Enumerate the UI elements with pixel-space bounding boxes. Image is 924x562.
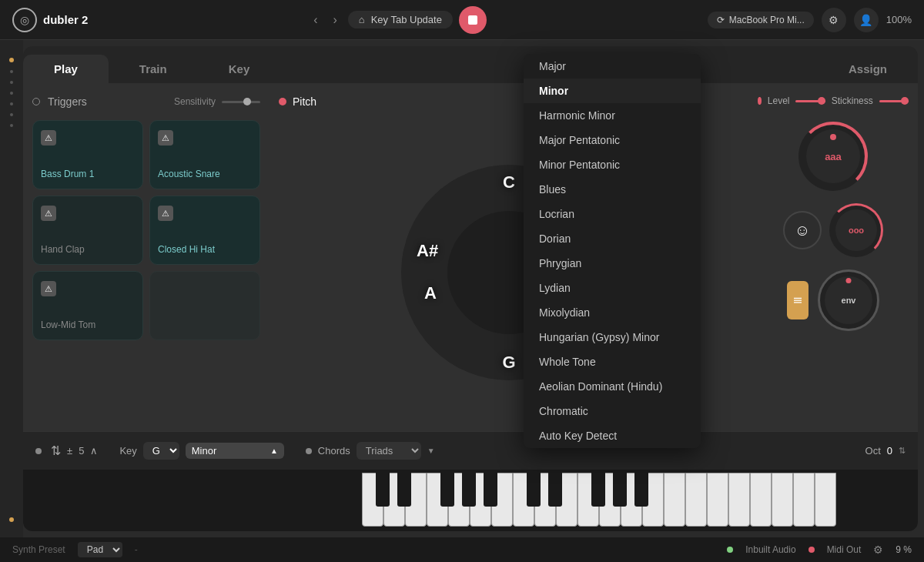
edge-dot [10,113,13,116]
dash: - [135,544,138,555]
edge-dot [10,70,13,73]
level-thumb [818,97,825,105]
scale-wrapper: Minor Major Harmonic Minor ▲ [186,443,284,459]
white-key[interactable] [707,473,728,527]
edge-indicator-2 [9,517,14,522]
black-key[interactable] [440,473,454,507]
white-key[interactable] [664,473,685,527]
chords-dot [306,448,312,454]
stickiness-slider[interactable] [879,100,909,102]
dropdown-item-chromatic[interactable]: Chromatic [524,399,701,423]
note-Asharp: A# [417,241,438,261]
sensitivity-slider[interactable] [222,101,260,103]
dropdown-item-aeolian-dominant[interactable]: Aeolian Dominant (Hindu) [524,374,701,399]
pad-bass-drum[interactable]: ⚠ Bass Drum 1 [32,120,143,189]
forward-button[interactable]: › [328,12,341,28]
knob-area: aaa ☺ ooo ||| [758,122,909,331]
pad-label: Hand Clap [41,244,85,255]
key-select[interactable]: G A B C D E F [143,442,179,460]
back-button[interactable]: ‹ [309,12,322,28]
smiley-knob[interactable]: ☺ [783,211,822,249]
knob-row: ☺ ooo [783,203,883,257]
dropdown-item-locrian[interactable]: Locrian [524,202,701,226]
pad-closed-hi-hat[interactable]: ⚠ Closed Hi Hat [149,196,260,265]
pad-empty[interactable] [149,271,260,340]
black-key[interactable] [613,473,627,507]
env-dot [846,278,852,283]
dropdown-item-major-pentatonic[interactable]: Major Pentatonic [524,128,701,152]
oct-spinner[interactable]: ⇅ [899,446,906,456]
device-icon: ⟳ [717,15,725,25]
user-button[interactable]: 👤 [854,8,879,32]
synth-preset-select[interactable]: Pad [78,542,122,557]
white-key[interactable] [728,473,750,527]
dropdown-item-mixolydian[interactable]: Mixolydian [524,300,701,325]
record-button[interactable] [459,6,487,34]
dropdown-item-phrygian[interactable]: Phrygian [524,251,701,276]
black-key[interactable] [462,473,476,507]
level-row: Level Stickiness [758,95,909,106]
black-key[interactable] [376,473,390,507]
dropdown-item-auto-key-detect[interactable]: Auto Key Detect [524,423,701,448]
tab-train[interactable]: Train [109,55,198,83]
dropdown-item-lydian[interactable]: Lydian [524,276,701,300]
black-key[interactable] [548,473,562,507]
chords-select[interactable]: Triads Seventh None [357,442,421,460]
note-G: G [502,353,515,373]
level-slider[interactable] [795,100,825,102]
white-key[interactable] [772,473,793,527]
dropdown-item-blues[interactable]: Blues [524,177,701,202]
settings-button[interactable]: ⚙ [822,8,846,32]
midi-out-label: Midi Out [827,544,862,555]
svg-rect-0 [468,15,477,25]
black-key[interactable] [484,473,497,507]
pad-warning-icon: ⚠ [158,130,173,146]
dropdown-item-minor-pentatonic[interactable]: Minor Pentatonic [524,152,701,177]
settings-icon[interactable]: ⚙ [873,544,883,556]
pad-acoustic-snare[interactable]: ⚠ Acoustic Snare [149,120,260,189]
status-bar: Synth Preset Pad - Inbuilt Audio Midi Ou… [0,537,924,562]
trigger-dot [32,98,40,105]
env-knob[interactable]: env [818,269,879,331]
tab-assign[interactable]: Assign [818,55,918,83]
dropdown-item-whole-tone[interactable]: Whole Tone [524,350,701,374]
pitch-separator: ± [67,445,72,457]
dropdown-item-major[interactable]: Major [524,54,701,79]
home-icon: ⌂ [359,14,365,25]
inner-layout: Triggers Sensitivity ⚠ Bass Drum 1 [23,83,918,431]
aaa-knob[interactable]: aaa [798,122,868,191]
app-name: dubler 2 [43,13,88,26]
black-key[interactable] [527,473,541,507]
pad-label: Bass Drum 1 [41,169,94,179]
yellow-handle[interactable]: ||| [787,281,808,319]
status-right: Inbuilt Audio Midi Out ⚙ 9 % [727,544,912,556]
black-key[interactable] [591,473,605,507]
dropdown-item-minor[interactable]: Minor [524,79,701,103]
pad-warning-icon: ⚠ [41,281,56,296]
device-label[interactable]: ⟳ MacBook Pro Mi... [708,12,814,28]
white-key[interactable] [815,473,836,527]
edge-dot [10,92,13,95]
logo-icon: ◎ [12,8,37,32]
dropdown-item-harmonic-minor[interactable]: Harmonic Minor [524,103,701,128]
black-key[interactable] [634,473,648,507]
ooo-knob[interactable]: ooo [829,203,883,257]
piano-keys [362,473,918,527]
pad-low-mid-tom[interactable]: ⚠ Low-Mid Tom [32,271,143,340]
stickiness-thumb [901,97,909,105]
black-key[interactable] [397,473,411,507]
white-key[interactable] [685,473,707,527]
tab-play[interactable]: Play [23,55,109,83]
scale-select[interactable]: Minor Major Harmonic Minor [186,443,284,459]
dropdown-item-dorian[interactable]: Dorian [524,226,701,251]
level-label: Level [768,95,790,106]
key-section: Key G A B C D E F Minor Major Harmonic M… [119,442,283,460]
pad-hand-clap[interactable]: ⚠ Hand Clap [32,196,143,265]
pitch-up-arrow[interactable]: ∧ [90,445,98,457]
pad-warning-icon: ⚠ [158,206,173,221]
white-key[interactable] [750,473,772,527]
white-key[interactable] [793,473,815,527]
main-area: Play Train Key Assign Triggers Sensi [0,40,924,537]
dropdown-item-hungarian-gypsy-minor[interactable]: Hungarian (Gypsy) Minor [524,325,701,350]
tab-key[interactable]: Key [198,55,281,83]
